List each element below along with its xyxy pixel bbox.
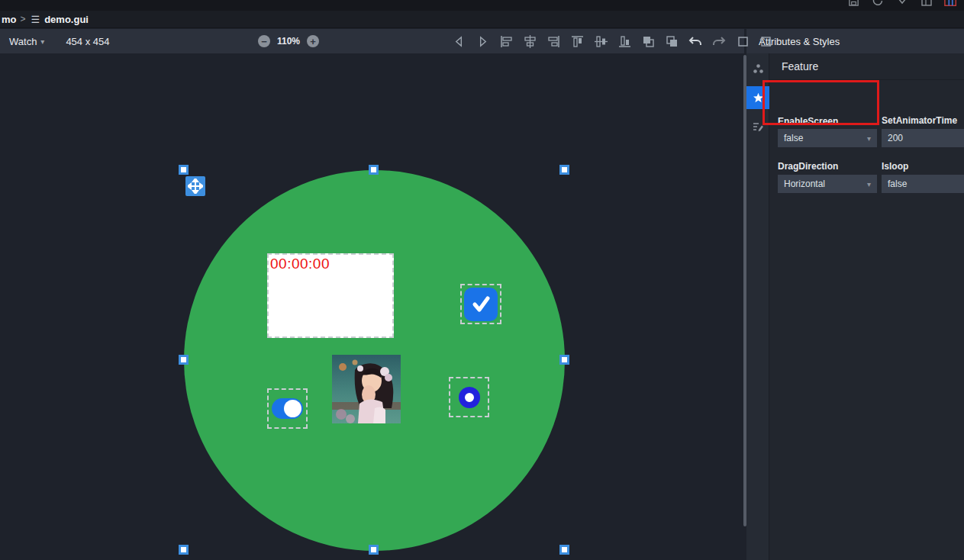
save-icon[interactable] — [846, 0, 860, 8]
panel-title: Attributes & Styles — [746, 29, 964, 53]
isloop-input[interactable]: false — [882, 175, 964, 193]
attributes-panel: Attributes & Styles Feature EnableSc — [746, 29, 964, 560]
breadcrumb-trail[interactable]: mo — [2, 14, 17, 25]
image-widget[interactable] — [332, 355, 401, 423]
enablescreen-dropdown[interactable]: false ▾ — [778, 129, 877, 147]
property-label-dragdirection: DragDirection — [778, 161, 838, 172]
align-left-icon[interactable] — [499, 34, 513, 48]
align-center-vertical-icon[interactable] — [594, 34, 608, 48]
selection-handle-top-center[interactable] — [369, 165, 379, 175]
selection-handle-top-left[interactable] — [179, 165, 189, 175]
clock-widget[interactable]: 00:00:00 — [267, 253, 394, 338]
chevron-down-icon[interactable] — [895, 0, 909, 8]
zoom-level: 110% — [277, 36, 300, 47]
checkbox-widget[interactable] — [460, 284, 501, 324]
star-icon[interactable] — [746, 86, 769, 109]
transform-icon[interactable] — [759, 34, 773, 48]
property-label-isloop: Isloop — [882, 161, 908, 172]
undo-icon[interactable] — [688, 34, 702, 48]
move-handle[interactable] — [185, 176, 205, 196]
device-selector-label: Watch — [9, 36, 37, 47]
chevron-down-icon: ▾ — [867, 180, 871, 188]
align-center-horizontal-icon[interactable] — [523, 34, 537, 48]
clock-text: 00:00:00 — [269, 255, 330, 272]
refresh-icon[interactable] — [871, 0, 885, 8]
breadcrumb: mo > ☰ demo.gui — [0, 11, 964, 28]
prev-icon[interactable] — [452, 34, 466, 48]
style-edit-icon[interactable] — [746, 115, 769, 138]
align-top-icon[interactable] — [570, 34, 584, 48]
selection-handle-top-right[interactable] — [559, 165, 569, 175]
selection-handle-bottom-left[interactable] — [179, 545, 189, 555]
selection-handle-mid-left[interactable] — [179, 355, 189, 365]
dragdirection-dropdown[interactable]: Horizontal ▾ — [778, 175, 877, 193]
zoom-controls: − 110% + — [258, 35, 319, 47]
selection-handle-bottom-center[interactable] — [369, 545, 379, 555]
chevron-down-icon: ▾ — [40, 37, 44, 46]
toggle-on-icon — [272, 398, 303, 419]
titlebar — [0, 0, 964, 11]
feature-section-header[interactable]: Feature — [769, 53, 964, 80]
split-view-icon[interactable] — [944, 0, 958, 8]
panel-tab-strip — [746, 53, 769, 560]
open-file-name[interactable]: demo.gui — [44, 14, 89, 25]
canvas-vertical-scrollbar[interactable] — [743, 55, 746, 526]
next-icon[interactable] — [476, 34, 489, 48]
align-bottom-icon[interactable] — [617, 34, 631, 48]
nodes-icon[interactable] — [746, 57, 769, 80]
send-backward-icon[interactable] — [665, 34, 679, 48]
toolbar-actions — [452, 34, 773, 48]
radio-widget[interactable] — [449, 377, 489, 417]
device-selector[interactable]: Watch ▾ — [9, 36, 44, 47]
setanimatortime-input[interactable]: 200 — [882, 129, 964, 147]
toggle-widget[interactable] — [267, 388, 308, 429]
radio-selected-icon — [459, 387, 480, 408]
property-label-enablescreen: EnableScreen... — [778, 116, 846, 127]
chevron-down-icon: ▾ — [867, 134, 871, 143]
move-icon — [188, 179, 203, 194]
selection-box-icon[interactable] — [736, 34, 750, 48]
selection-handle-mid-right[interactable] — [559, 355, 569, 365]
checkbox-checked-icon — [464, 288, 498, 321]
selection-handle-bottom-right[interactable] — [559, 545, 569, 555]
canvas-size-label: 454 x 454 — [66, 36, 109, 47]
breadcrumb-separator: > — [21, 14, 26, 24]
zoom-in-button[interactable]: + — [307, 35, 319, 47]
property-label-setanimatortime: SetAnimatorTime — [882, 115, 957, 126]
app-window: mo > ☰ demo.gui Watch ▾ 454 x 454 − 110%… — [0, 0, 964, 560]
editor-toolbar: Watch ▾ 454 x 454 − 110% + — [0, 29, 744, 53]
panel-body: Feature EnableScreen... false ▾ SetAnima… — [746, 53, 964, 560]
columns-icon[interactable] — [920, 0, 933, 8]
align-right-icon[interactable] — [546, 34, 560, 48]
zoom-out-button[interactable]: − — [258, 35, 270, 47]
redo-icon[interactable] — [712, 34, 726, 48]
feature-section-title: Feature — [782, 60, 818, 72]
girl-photo-image — [332, 355, 401, 423]
bring-forward-icon[interactable] — [641, 34, 655, 48]
hamburger-icon: ☰ — [31, 14, 40, 25]
design-canvas[interactable]: 00:00:00 — [0, 53, 746, 560]
